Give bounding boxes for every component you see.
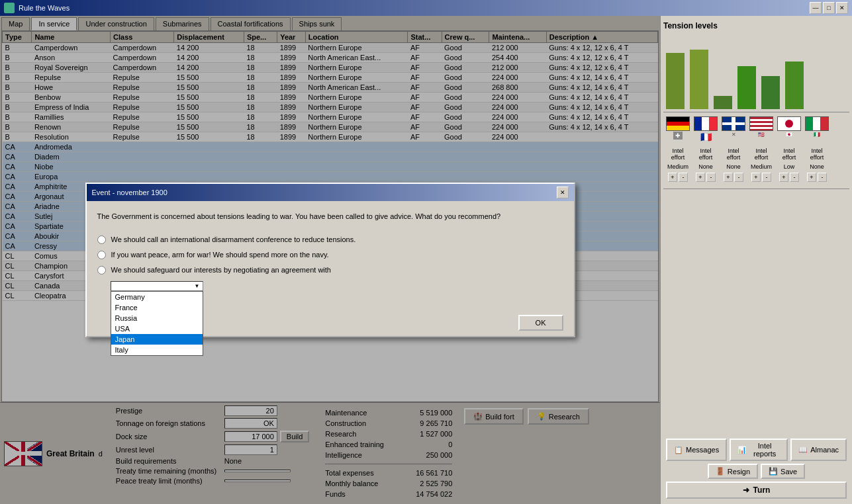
country-flags-row: ✚ 🇫🇷 ✕ bbox=[663, 112, 849, 146]
tension-bar-russia bbox=[714, 96, 732, 109]
intel-label-fr: Intel effort bbox=[694, 147, 718, 161]
dropdown-arrow-icon: ▼ bbox=[195, 283, 200, 289]
country-dropdown-trigger[interactable]: ▼ bbox=[111, 281, 203, 291]
maximize-button[interactable]: □ bbox=[823, 2, 835, 14]
save-icon: 💾 bbox=[769, 467, 778, 476]
intel-minus-jp[interactable]: - bbox=[790, 173, 799, 182]
usa-flag bbox=[749, 116, 773, 131]
turn-arrow-icon: ➜ bbox=[743, 485, 749, 495]
messages-label: Messages bbox=[686, 446, 719, 454]
intel-label-ru: Intel effort bbox=[722, 147, 745, 161]
resign-label: Resign bbox=[728, 468, 750, 476]
intel-level-it: None bbox=[805, 163, 829, 170]
tension-title: Tension levels bbox=[663, 19, 849, 33]
intel-plus-fr[interactable]: + bbox=[696, 173, 705, 182]
intel-plus-jp[interactable]: + bbox=[779, 173, 788, 182]
country-dropdown-list[interactable]: Germany France Russia USA Japan Italy bbox=[111, 291, 203, 356]
intel-reports-button[interactable]: 📊 Intel reports bbox=[730, 439, 788, 461]
intel-level-ru: None bbox=[722, 163, 745, 170]
ok-button[interactable]: OK bbox=[518, 315, 563, 331]
resign-icon: 🚪 bbox=[716, 467, 725, 476]
dropdown-item-russia[interactable]: Russia bbox=[111, 313, 203, 323]
event-dialog: Event - november 1900 ✕ The Government i… bbox=[85, 183, 575, 337]
japan-bar bbox=[761, 76, 780, 109]
russia-flag bbox=[722, 116, 745, 131]
dialog-title-bar: Event - november 1900 ✕ bbox=[87, 184, 574, 201]
intel-plus-us[interactable]: + bbox=[751, 173, 761, 182]
option-1-radio[interactable] bbox=[97, 235, 106, 244]
intel-minus-fr[interactable]: - bbox=[706, 173, 716, 182]
app-icon bbox=[4, 3, 15, 13]
intel-plus-it[interactable]: + bbox=[807, 173, 816, 182]
almanac-icon: 📖 bbox=[798, 446, 808, 454]
germany-bar bbox=[666, 53, 685, 109]
save-button[interactable]: 💾 Save bbox=[761, 464, 805, 479]
japan-flag bbox=[777, 116, 801, 131]
country-dropdown-container: ▼ Germany France Russia USA Japan Italy bbox=[111, 281, 563, 291]
close-button[interactable]: ✕ bbox=[836, 2, 848, 14]
resign-button[interactable]: 🚪 Resign bbox=[708, 464, 758, 479]
option-1-row: We should call an international disarmam… bbox=[97, 235, 563, 244]
tension-bar-germany bbox=[666, 53, 685, 109]
turn-label: Turn bbox=[753, 485, 771, 495]
intel-label-us: Intel effort bbox=[749, 147, 773, 161]
intel-minus-it[interactable]: - bbox=[818, 173, 827, 182]
intel-controls-row: + - + - + - + - + - + - bbox=[663, 171, 849, 183]
messages-icon: 📋 bbox=[674, 446, 683, 454]
option-1-label[interactable]: We should call an international disarmam… bbox=[111, 235, 356, 243]
italy-bar bbox=[785, 62, 804, 109]
dropdown-item-france[interactable]: France bbox=[111, 302, 203, 313]
tension-chart bbox=[663, 33, 849, 112]
intel-level-de: Medium bbox=[666, 163, 690, 170]
dialog-message: The Government is concerned about tensio… bbox=[97, 212, 563, 222]
intel-minus-ru[interactable]: - bbox=[734, 173, 743, 182]
intel-reports-label: Intel reports bbox=[749, 442, 780, 458]
intel-minus-de[interactable]: - bbox=[679, 173, 688, 182]
germany-flag bbox=[666, 116, 690, 131]
minimize-button[interactable]: — bbox=[810, 2, 822, 14]
dialog-close-button[interactable]: ✕ bbox=[557, 187, 569, 198]
almanac-button[interactable]: 📖 Almanac bbox=[790, 439, 847, 461]
dropdown-item-japan[interactable]: Japan bbox=[111, 334, 203, 345]
option-3-label[interactable]: We should safeguard our interests by neg… bbox=[111, 266, 331, 274]
tension-bar-usa bbox=[737, 66, 756, 109]
intel-effort-row: Intel effort Intel effort Intel effort I… bbox=[663, 146, 849, 162]
turn-button[interactable]: ➜ Turn bbox=[666, 482, 847, 499]
intel-minus-us[interactable]: - bbox=[762, 173, 771, 182]
usa-bar bbox=[737, 66, 756, 109]
option-2-radio[interactable] bbox=[97, 251, 106, 259]
intel-label-de: Intel effort bbox=[666, 147, 690, 161]
option-2-row: If you want peace, arm for war! We shoul… bbox=[97, 251, 563, 259]
tension-bar-italy bbox=[785, 62, 804, 109]
dropdown-item-germany[interactable]: Germany bbox=[111, 292, 203, 302]
messages-button[interactable]: 📋 Messages bbox=[666, 439, 727, 461]
intel-plus-de[interactable]: + bbox=[668, 173, 677, 182]
app-title: Rule the Waves bbox=[19, 4, 70, 12]
intel-label-jp: Intel effort bbox=[777, 147, 801, 161]
france-bar bbox=[690, 50, 708, 109]
dialog-title-text: Event - november 1900 bbox=[92, 189, 167, 196]
option-3-radio[interactable] bbox=[97, 266, 106, 274]
modal-overlay: Event - november 1900 ✕ The Government i… bbox=[0, 16, 660, 504]
option-2-label[interactable]: If you want peace, arm for war! We shoul… bbox=[111, 251, 329, 259]
usa-icon: 🇺🇸 bbox=[758, 132, 765, 138]
russia-icon: ✕ bbox=[732, 132, 736, 138]
intel-label-it: Intel effort bbox=[805, 147, 829, 161]
tension-bar-france bbox=[690, 50, 708, 109]
germany-cross-icon: ✚ bbox=[673, 132, 683, 140]
italy-flag bbox=[805, 116, 829, 131]
tension-bar-japan bbox=[761, 76, 780, 109]
intel-level-fr: None bbox=[694, 163, 718, 170]
france-flag-icon: 🇫🇷 bbox=[700, 132, 712, 142]
dropdown-item-usa[interactable]: USA bbox=[111, 323, 203, 334]
save-label: Save bbox=[781, 468, 797, 476]
almanac-label: Almanac bbox=[810, 446, 839, 454]
dropdown-item-italy[interactable]: Italy bbox=[111, 345, 203, 355]
intel-plus-ru[interactable]: + bbox=[724, 173, 733, 182]
dialog-body: The Government is concerned about tensio… bbox=[87, 201, 574, 309]
intel-reports-icon: 📊 bbox=[737, 446, 747, 454]
france-flag bbox=[694, 116, 718, 131]
intel-levels-row: Medium None None Medium Low None bbox=[663, 162, 849, 171]
italy-icon: 🇮🇹 bbox=[814, 132, 820, 138]
intel-level-jp: Low bbox=[777, 163, 801, 170]
